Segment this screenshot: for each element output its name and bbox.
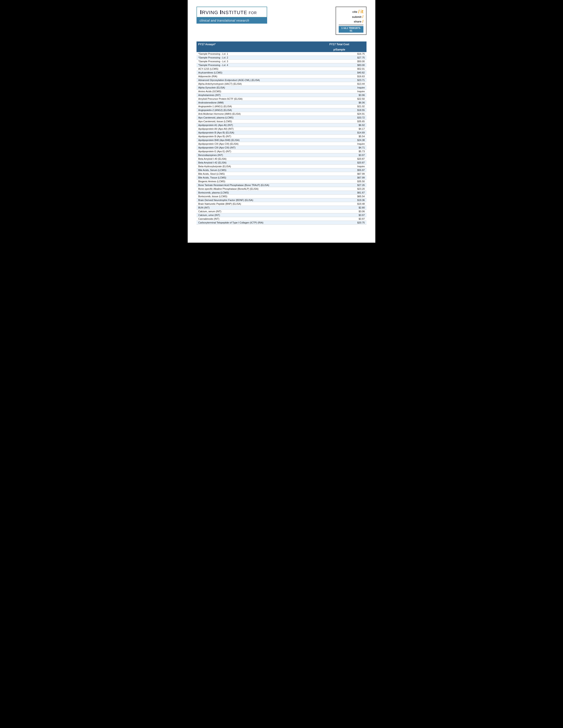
table-row: Apolipoprotein B (Apo B) (INT)$5.54 <box>196 135 367 138</box>
badge-line-share: share / <box>354 19 364 24</box>
cost-cell: $18.55 <box>312 108 367 112</box>
table-row: Alpha-Synuclein (ELISA)Inquire <box>196 86 367 90</box>
assay-name-cell: Alpha-Antichymotrypsin (AACT) (ELISA) <box>196 82 312 86</box>
table-row: Apolipoprotein AII (Apo AII) (INT)$4.17 <box>196 127 367 131</box>
assay-name-cell: Brain Natriuretic Peptide (BNP) (ELISA) <box>196 202 312 206</box>
assay-name-cell: Carboxyterminal Telopeptide of Type I Co… <box>196 221 312 225</box>
assay-name-cell: Apo-Carotenoid, tissue (LCMS) <box>196 120 312 123</box>
table-header-row: FY17 Assays* FY17 Total Cost <box>196 41 367 47</box>
assay-name-cell: Beta-Hydroxybutyrate (ELISA) <box>196 165 312 168</box>
table-row: Apolipoprotein A1 (Apo AI) (INT)$6.92 <box>196 123 367 127</box>
assay-name-cell: Apolipoprotein B (Apo B) (ELISA) <box>196 131 312 135</box>
assay-name-cell: Anti-Mullerian Hormone (AMH) (ELISA) <box>196 112 312 116</box>
table-row: Calcium, serum (INT)$3.06 <box>196 210 367 213</box>
assay-table: FY17 Assays* FY17 Total Cost p/Sample *S… <box>196 41 367 225</box>
cost-cell: $16.63 <box>312 75 367 78</box>
cost-cell: $67.99 <box>312 176 367 180</box>
table-row: Acylcarnitines (LCMS)$40.82 <box>196 71 367 75</box>
cost-cell: $19.36 <box>312 198 367 202</box>
table-row: Benzodiazepines (INT)$3.97 <box>196 153 367 157</box>
cost-cell: $23.71 <box>312 78 367 82</box>
badge-slash2: / <box>362 15 364 19</box>
assay-name-cell: Amphetamines (INT) <box>196 93 312 97</box>
table-row: Apolipoprotein B (Apo B) (ELISA)$14.69 <box>196 131 367 135</box>
cost-cell: $3.96 <box>312 93 367 97</box>
assay-name-cell: Apo-Carotenoid, plasma (LCMS) <box>196 116 312 120</box>
assay-name-cell: Angiopoietin-1 (ANG1) (ELISA) <box>196 105 312 108</box>
badge-submit-text: submit <box>352 15 362 19</box>
table-row: Brain Natriuretic Peptide (BNP) (ELISA)$… <box>196 202 367 206</box>
cost-cell: $52.01 <box>312 67 367 71</box>
table-row: Angiopoietin-1 (ANG1) (ELISA)$21.02 <box>196 105 367 108</box>
badge-code: 1 UL1 TR001873-01 <box>339 26 364 33</box>
assay-name-cell: Biogenic Amines (LCMS) <box>196 180 312 183</box>
assay-name-cell: Advanced Glycosylation Endproduct (AGE-C… <box>196 78 312 82</box>
table-row: Anti-Mullerian Hormone (AMH) (ELISA)$24.… <box>196 112 367 116</box>
table-row: Alpha-Antichymotrypsin (AACT) (ELISA)$13… <box>196 82 367 86</box>
table-row: Calcium, urine (INT)$3.97 <box>196 213 367 217</box>
cost-cell: Inquire <box>312 142 367 146</box>
cost-cell: $65.54 <box>312 195 367 198</box>
assay-name-cell: Angiopoietin-2 (ANG2) (ELISA) <box>196 108 312 112</box>
assay-name-cell: Bile Acids, Serum (LCMS) <box>196 168 312 172</box>
table-row: Bile Acids, Stool (LCMS)$67.99 <box>196 172 367 176</box>
assay-name-cell: Acylcarnitines (LCMS) <box>196 71 312 75</box>
cost-cell: $4.71 <box>312 146 367 150</box>
assay-name-cell: Apolipoprotein B (Apo B) (INT) <box>196 135 312 138</box>
assay-name-cell: Brain Derived Neurotrophic Factor (BDNF)… <box>196 198 312 202</box>
logo-title: IRVING INSTITUTE FOR <box>200 9 257 16</box>
table-row: Apolipoprotein CIII (Apo CIII) (INT)$4.7… <box>196 146 367 150</box>
cost-cell: $6.06 <box>312 101 367 105</box>
col-cost-subheader: p/Sample <box>312 47 367 52</box>
table-row: Biogenic Amines (LCMS)$35.50 <box>196 180 367 183</box>
table-row: Bile Acids, Serum (LCMS)$55.97 <box>196 168 367 172</box>
assay-name-cell: Apolipoprotein CIII (Apo CIII) (INT) <box>196 146 312 150</box>
assay-name-cell: Apolipoprotein B48 (Apo B48) (ELISA) <box>196 138 312 142</box>
logo-subtitle: clinical and translational research <box>196 17 267 24</box>
table-row: Beta Amyloid I-40 (ELISA)$20.87 <box>196 157 367 161</box>
table-row: *Sample Processing - Lvl. 1$16.75 <box>196 52 367 56</box>
table-row: ACY-1215 (LCMS)$52.01 <box>196 67 367 71</box>
cost-cell: $13.44 <box>312 82 367 86</box>
assay-name-cell: Benzodiazepines (INT) <box>196 153 312 157</box>
table-row: *Sample Processing - Lvl. 3$50.00 <box>196 60 367 63</box>
table-row: Bile Acids, Tissue (LCMS)$67.99 <box>196 176 367 180</box>
table-row: Bone Tartrate Resistant Acid Phosphatase… <box>196 183 367 187</box>
cost-cell: $83.00 <box>312 63 367 67</box>
badge-it: / <box>358 9 360 15</box>
assay-name-cell: *Sample Processing - Lvl. 2 <box>196 56 312 60</box>
cost-cell: $3.06 <box>312 210 367 213</box>
assay-name-cell: Bone Tartrate Resistant Acid Phosphatase… <box>196 183 312 187</box>
assay-name-cell: BUN (INT) <box>196 206 312 210</box>
badge-share-text: share <box>354 20 362 23</box>
col-assay-subheader <box>196 47 312 52</box>
col-cost-header: FY17 Total Cost <box>312 41 367 47</box>
cost-cell: Inquire <box>312 165 367 168</box>
table-row: Carboxyterminal Telopeptide of Type I Co… <box>196 221 367 225</box>
cost-cell: $23.20 <box>312 187 367 191</box>
cost-cell: $40.82 <box>312 71 367 75</box>
table-row: Cannabinoids (INT)$3.97 <box>196 217 367 221</box>
cost-cell: $27.75 <box>312 56 367 60</box>
cost-cell: $20.75 <box>312 221 367 225</box>
cost-cell: $5.73 <box>312 150 367 153</box>
table-row: Amino Acids (GCMS)Inquire <box>196 90 367 93</box>
table-row: Apo-Carotenoid, tissue (LCMS)$35.65 <box>196 120 367 123</box>
assay-name-cell: Beta Amyloid I-40 (ELISA) <box>196 157 312 161</box>
page: IRVING INSTITUTE FOR clinical and transl… <box>188 0 375 243</box>
cost-cell: Inquire <box>312 90 367 93</box>
table-row: *Sample Processing - Lvl. 2$27.75 <box>196 56 367 60</box>
assay-name-cell: Calcium, urine (INT) <box>196 213 312 217</box>
col-assay-header: FY17 Assays* <box>196 41 312 47</box>
assay-name-cell: Bile Acids, Stool (LCMS) <box>196 172 312 176</box>
cost-cell: $4.17 <box>312 127 367 131</box>
badge-lines: cite / it submit / share / <box>339 9 364 24</box>
badge-divider <box>339 25 364 25</box>
table-section: FY17 Assays* FY17 Total Cost p/Sample *S… <box>188 39 375 229</box>
badge-line-submit: submit / <box>352 15 364 19</box>
table-subheader-row: p/Sample <box>196 47 367 52</box>
table-row: *Sample Processing - Lvl. 4$83.00 <box>196 63 367 67</box>
cost-cell: $35.65 <box>312 120 367 123</box>
cost-cell: $50.00 <box>312 60 367 63</box>
assay-name-cell: Beta Amyloid I-42 (ELISA) <box>196 161 312 165</box>
